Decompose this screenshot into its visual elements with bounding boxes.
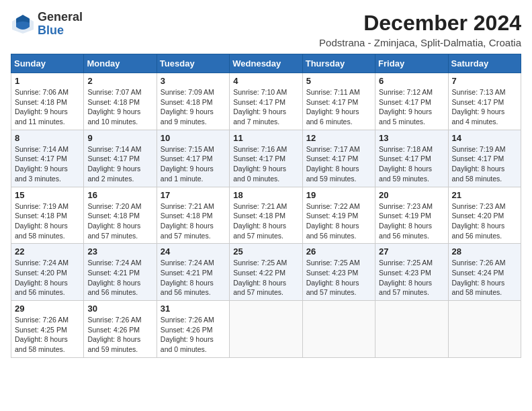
table-row: 6 Sunrise: 7:12 AM Sunset: 4:17 PM Dayli… xyxy=(375,73,448,130)
table-row: 23 Sunrise: 7:24 AM Sunset: 4:21 PM Dayl… xyxy=(84,244,157,301)
table-row xyxy=(375,301,448,358)
table-row: 8 Sunrise: 7:14 AM Sunset: 4:17 PM Dayli… xyxy=(11,130,84,187)
day-info: Sunrise: 7:19 AM Sunset: 4:18 PM Dayligh… xyxy=(15,201,80,241)
day-number: 7 xyxy=(452,76,517,86)
table-row: 10 Sunrise: 7:15 AM Sunset: 4:17 PM Dayl… xyxy=(157,130,229,187)
day-number: 31 xyxy=(161,304,226,314)
day-number: 18 xyxy=(233,190,298,200)
day-number: 17 xyxy=(161,190,226,200)
table-row: 22 Sunrise: 7:24 AM Sunset: 4:20 PM Dayl… xyxy=(11,244,84,301)
table-row: 9 Sunrise: 7:14 AM Sunset: 4:17 PM Dayli… xyxy=(84,130,157,187)
table-row: 15 Sunrise: 7:19 AM Sunset: 4:18 PM Dayl… xyxy=(11,187,84,244)
table-row: 20 Sunrise: 7:23 AM Sunset: 4:19 PM Dayl… xyxy=(375,187,448,244)
day-number: 15 xyxy=(15,190,80,200)
day-number: 22 xyxy=(15,246,80,257)
logo: General Blue xyxy=(11,11,83,38)
table-row: 2 Sunrise: 7:07 AM Sunset: 4:18 PM Dayli… xyxy=(84,73,157,130)
day-info: Sunrise: 7:16 AM Sunset: 4:17 PM Dayligh… xyxy=(233,144,298,184)
day-info: Sunrise: 7:24 AM Sunset: 4:20 PM Dayligh… xyxy=(15,258,80,298)
day-info: Sunrise: 7:14 AM Sunset: 4:17 PM Dayligh… xyxy=(87,144,152,184)
table-row: 24 Sunrise: 7:24 AM Sunset: 4:21 PM Dayl… xyxy=(157,244,229,301)
table-row xyxy=(448,301,521,358)
day-number: 12 xyxy=(306,133,371,143)
day-info: Sunrise: 7:15 AM Sunset: 4:17 PM Dayligh… xyxy=(161,144,226,184)
day-number: 28 xyxy=(452,246,517,257)
table-row: 18 Sunrise: 7:21 AM Sunset: 4:18 PM Dayl… xyxy=(230,187,302,244)
location-subtitle: Podstrana - Zminjaca, Split-Dalmatia, Cr… xyxy=(319,37,521,48)
table-row: 19 Sunrise: 7:22 AM Sunset: 4:19 PM Dayl… xyxy=(302,187,375,244)
day-info: Sunrise: 7:26 AM Sunset: 4:24 PM Dayligh… xyxy=(452,258,517,298)
day-info: Sunrise: 7:14 AM Sunset: 4:17 PM Dayligh… xyxy=(15,144,80,184)
day-info: Sunrise: 7:24 AM Sunset: 4:21 PM Dayligh… xyxy=(87,258,152,298)
day-info: Sunrise: 7:19 AM Sunset: 4:17 PM Dayligh… xyxy=(452,144,517,184)
logo-general-text: General xyxy=(38,11,83,24)
table-row: 17 Sunrise: 7:21 AM Sunset: 4:18 PM Dayl… xyxy=(157,187,229,244)
table-row: 28 Sunrise: 7:26 AM Sunset: 4:24 PM Dayl… xyxy=(448,244,521,301)
day-number: 10 xyxy=(161,133,226,143)
day-info: Sunrise: 7:25 AM Sunset: 4:22 PM Dayligh… xyxy=(233,258,298,298)
calendar-table: Sunday Monday Tuesday Wednesday Thursday… xyxy=(11,54,521,358)
table-row: 25 Sunrise: 7:25 AM Sunset: 4:22 PM Dayl… xyxy=(230,244,302,301)
day-number: 24 xyxy=(161,246,226,257)
table-row: 13 Sunrise: 7:18 AM Sunset: 4:17 PM Dayl… xyxy=(375,130,448,187)
table-row: 12 Sunrise: 7:17 AM Sunset: 4:17 PM Dayl… xyxy=(302,130,375,187)
day-number: 23 xyxy=(87,246,152,257)
day-info: Sunrise: 7:18 AM Sunset: 4:17 PM Dayligh… xyxy=(379,144,444,184)
day-number: 27 xyxy=(379,246,444,257)
day-number: 11 xyxy=(233,133,298,143)
col-saturday: Saturday xyxy=(448,54,521,73)
table-row: 27 Sunrise: 7:25 AM Sunset: 4:23 PM Dayl… xyxy=(375,244,448,301)
table-row: 11 Sunrise: 7:16 AM Sunset: 4:17 PM Dayl… xyxy=(230,130,302,187)
day-number: 30 xyxy=(87,304,152,314)
day-number: 13 xyxy=(379,133,444,143)
day-number: 21 xyxy=(452,190,517,200)
page-header: General Blue December 2024 Podstrana - Z… xyxy=(11,11,521,48)
logo-text: General Blue xyxy=(38,11,83,38)
table-row: 5 Sunrise: 7:11 AM Sunset: 4:17 PM Dayli… xyxy=(302,73,375,130)
day-info: Sunrise: 7:12 AM Sunset: 4:17 PM Dayligh… xyxy=(379,87,444,127)
calendar-header-row: Sunday Monday Tuesday Wednesday Thursday… xyxy=(11,54,521,73)
day-info: Sunrise: 7:23 AM Sunset: 4:20 PM Dayligh… xyxy=(452,201,517,241)
day-info: Sunrise: 7:25 AM Sunset: 4:23 PM Dayligh… xyxy=(379,258,444,298)
day-info: Sunrise: 7:20 AM Sunset: 4:18 PM Dayligh… xyxy=(87,201,152,241)
day-info: Sunrise: 7:26 AM Sunset: 4:26 PM Dayligh… xyxy=(161,315,226,355)
day-info: Sunrise: 7:11 AM Sunset: 4:17 PM Dayligh… xyxy=(306,87,371,127)
table-row: 21 Sunrise: 7:23 AM Sunset: 4:20 PM Dayl… xyxy=(448,187,521,244)
col-sunday: Sunday xyxy=(11,54,84,73)
day-info: Sunrise: 7:25 AM Sunset: 4:23 PM Dayligh… xyxy=(306,258,371,298)
table-row: 4 Sunrise: 7:10 AM Sunset: 4:17 PM Dayli… xyxy=(230,73,302,130)
day-info: Sunrise: 7:26 AM Sunset: 4:26 PM Dayligh… xyxy=(87,315,152,355)
day-info: Sunrise: 7:09 AM Sunset: 4:18 PM Dayligh… xyxy=(161,87,226,127)
col-friday: Friday xyxy=(375,54,448,73)
logo-icon xyxy=(11,12,35,36)
day-info: Sunrise: 7:07 AM Sunset: 4:18 PM Dayligh… xyxy=(87,87,152,127)
table-row xyxy=(230,301,302,358)
table-row xyxy=(302,301,375,358)
day-info: Sunrise: 7:17 AM Sunset: 4:17 PM Dayligh… xyxy=(306,144,371,184)
day-number: 9 xyxy=(87,133,152,143)
table-row: 14 Sunrise: 7:19 AM Sunset: 4:17 PM Dayl… xyxy=(448,130,521,187)
table-row: 1 Sunrise: 7:06 AM Sunset: 4:18 PM Dayli… xyxy=(11,73,84,130)
day-info: Sunrise: 7:24 AM Sunset: 4:21 PM Dayligh… xyxy=(161,258,226,298)
title-area: December 2024 Podstrana - Zminjaca, Spli… xyxy=(319,11,521,48)
day-number: 26 xyxy=(306,246,371,257)
col-thursday: Thursday xyxy=(302,54,375,73)
day-number: 29 xyxy=(15,304,80,314)
day-number: 4 xyxy=(233,76,298,86)
logo-blue-text: Blue xyxy=(38,24,83,38)
day-info: Sunrise: 7:23 AM Sunset: 4:19 PM Dayligh… xyxy=(379,201,444,241)
day-number: 19 xyxy=(306,190,371,200)
table-row: 7 Sunrise: 7:13 AM Sunset: 4:17 PM Dayli… xyxy=(448,73,521,130)
day-number: 1 xyxy=(15,76,80,86)
day-info: Sunrise: 7:21 AM Sunset: 4:18 PM Dayligh… xyxy=(161,201,226,241)
day-number: 14 xyxy=(452,133,517,143)
day-number: 3 xyxy=(161,76,226,86)
table-row: 3 Sunrise: 7:09 AM Sunset: 4:18 PM Dayli… xyxy=(157,73,229,130)
day-number: 5 xyxy=(306,76,371,86)
col-wednesday: Wednesday xyxy=(230,54,302,73)
day-info: Sunrise: 7:10 AM Sunset: 4:17 PM Dayligh… xyxy=(233,87,298,127)
day-info: Sunrise: 7:13 AM Sunset: 4:17 PM Dayligh… xyxy=(452,87,517,127)
table-row: 26 Sunrise: 7:25 AM Sunset: 4:23 PM Dayl… xyxy=(302,244,375,301)
day-info: Sunrise: 7:21 AM Sunset: 4:18 PM Dayligh… xyxy=(233,201,298,241)
table-row: 30 Sunrise: 7:26 AM Sunset: 4:26 PM Dayl… xyxy=(84,301,157,358)
